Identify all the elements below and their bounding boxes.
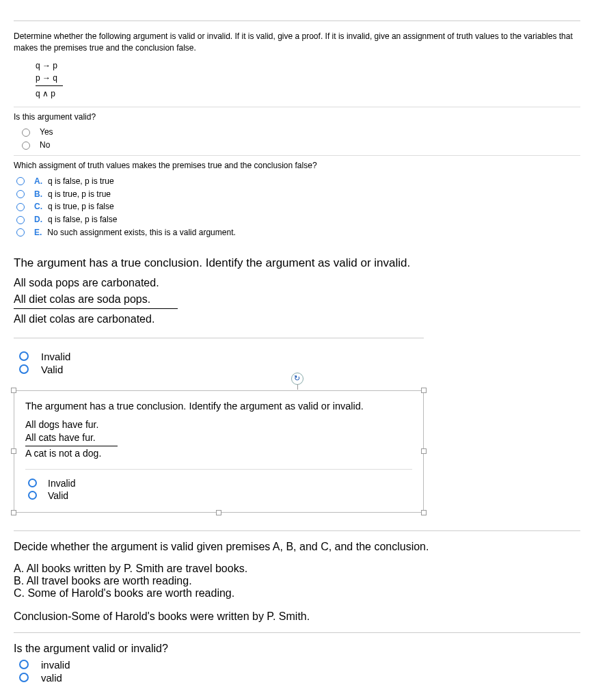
option-label: Valid xyxy=(48,490,68,501)
q3-prompt: The argument has a true conclusion. Iden… xyxy=(25,401,412,412)
q1-option-b[interactable]: B. q is true, p is true xyxy=(16,189,580,200)
q1-premise-1: q → p xyxy=(36,59,580,72)
q1-option-a[interactable]: A. q is false, p is true xyxy=(16,176,580,187)
question-3-selection[interactable]: ↻ The argument has a true conclusion. Id… xyxy=(14,390,580,513)
option-marker: D. xyxy=(34,214,42,226)
q2-prompt: The argument has a true conclusion. Iden… xyxy=(14,256,580,270)
q3-premise-1: All dogs have fur. xyxy=(25,418,412,432)
q4-prompt: Decide whether the argument is valid giv… xyxy=(14,541,580,553)
radio-icon xyxy=(16,216,25,224)
resize-handle[interactable] xyxy=(421,510,427,515)
q4-premise-c: C. Some of Harold's books are worth read… xyxy=(14,587,580,600)
question-1: Determine whether the following argument… xyxy=(14,31,580,239)
radio-icon xyxy=(19,660,29,669)
question-3: The argument has a true conclusion. Iden… xyxy=(14,390,424,513)
resize-handle[interactable] xyxy=(11,448,16,454)
option-label: No xyxy=(40,139,50,151)
q1-option-d[interactable]: D. q is false, p is false xyxy=(16,214,580,226)
inference-rule xyxy=(36,85,63,86)
radio-icon xyxy=(16,190,25,198)
q4-sub-question: Is the argument valid or invalid? xyxy=(14,643,580,655)
rotate-stem xyxy=(297,384,298,390)
q4-conclusion: Conclusion-Some of Harold's books were w… xyxy=(14,610,580,623)
q3-conclusion: A cat is not a dog. xyxy=(25,447,412,461)
option-marker: E. xyxy=(34,227,42,239)
radio-icon xyxy=(28,479,37,487)
option-label: invalid xyxy=(41,659,70,671)
rotate-handle-icon[interactable]: ↻ xyxy=(291,373,303,385)
q1-prompt: Determine whether the following argument… xyxy=(14,31,580,54)
radio-icon xyxy=(22,142,30,150)
q3-option-invalid[interactable]: Invalid xyxy=(28,478,412,489)
radio-icon xyxy=(16,203,25,211)
option-label: Invalid xyxy=(41,351,70,362)
q2-conclusion: All diet colas are carbonated. xyxy=(14,313,580,325)
q1-sub-question-2: Which assigment of truth values makes th… xyxy=(14,160,580,172)
option-marker: A. xyxy=(34,176,42,187)
q4-premise-a: A. All books written by P. Smith are tra… xyxy=(14,563,580,575)
radio-icon xyxy=(28,491,37,500)
resize-handle[interactable] xyxy=(11,510,16,515)
q1-option-e[interactable]: E. No such assignment exists, this is a … xyxy=(16,227,580,239)
inference-rule xyxy=(25,446,118,446)
q3-premise-2: All cats have fur. xyxy=(25,431,412,445)
q1-argument: q → p p → q q ∧ p xyxy=(36,59,580,100)
q1-sub-question-1: Is this argument valid? xyxy=(14,111,580,123)
option-label: Invalid xyxy=(48,478,75,489)
q2-option-invalid[interactable]: Invalid xyxy=(19,351,580,362)
option-label: q is true, p is true xyxy=(48,189,111,200)
q4-option-valid[interactable]: valid xyxy=(19,672,580,684)
q2-premise-1: All soda pops are carbonated. xyxy=(14,277,580,289)
resize-handle[interactable] xyxy=(421,388,427,393)
q3-option-valid[interactable]: Valid xyxy=(28,490,412,501)
resize-handle[interactable] xyxy=(11,388,16,393)
question-4: Decide whether the argument is valid giv… xyxy=(14,530,580,684)
q1-option-c[interactable]: C. q is true, p is false xyxy=(16,201,580,213)
option-label: Yes xyxy=(40,126,53,138)
option-label: No such assignment exists, this is a val… xyxy=(47,227,235,239)
q1-conclusion: q ∧ p xyxy=(36,88,580,100)
q1-premise-2: p → q xyxy=(36,72,580,84)
q1-option-yes[interactable]: Yes xyxy=(22,126,580,138)
resize-handle[interactable] xyxy=(216,510,221,515)
option-marker: C. xyxy=(34,201,42,213)
radio-icon xyxy=(16,228,25,237)
option-label: valid xyxy=(41,672,62,684)
resize-handle[interactable] xyxy=(421,448,427,454)
q1-option-no[interactable]: No xyxy=(22,139,580,151)
question-2: The argument has a true conclusion. Iden… xyxy=(14,256,580,375)
option-label: q is false, p is false xyxy=(48,214,117,226)
rotate-glyph: ↻ xyxy=(294,374,300,383)
radio-icon xyxy=(16,177,25,185)
q4-option-invalid[interactable]: invalid xyxy=(19,659,580,671)
option-label: q is false, p is true xyxy=(48,176,114,187)
option-marker: B. xyxy=(34,189,42,200)
option-label: q is true, p is false xyxy=(48,201,114,213)
q2-premise-2: All diet colas are soda pops. xyxy=(14,293,580,306)
radio-icon xyxy=(19,673,29,682)
q4-premise-b: B. All travel books are worth reading. xyxy=(14,575,580,587)
radio-icon xyxy=(19,364,29,374)
option-label: Valid xyxy=(41,364,63,375)
radio-icon xyxy=(19,351,29,361)
inference-rule xyxy=(14,308,178,309)
radio-icon xyxy=(22,129,30,137)
